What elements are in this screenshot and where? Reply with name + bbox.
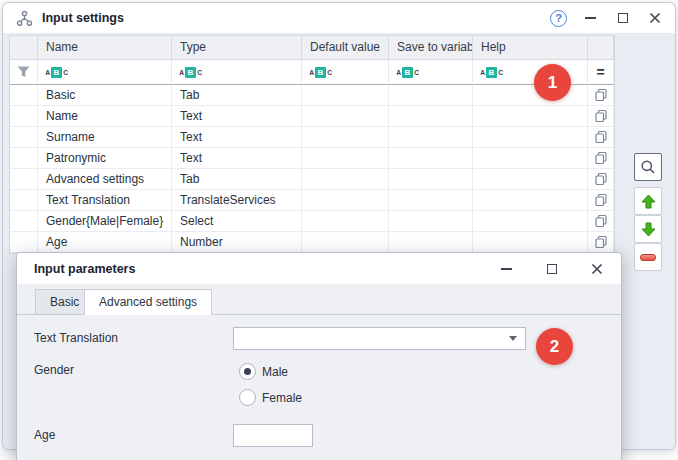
titlebar: Input settings ?: [3, 3, 675, 34]
table-row[interactable]: Basic Tab: [10, 85, 614, 106]
cell-default-value[interactable]: [302, 127, 389, 148]
table-row[interactable]: Name Text: [10, 106, 614, 127]
cell-default-value[interactable]: [302, 85, 389, 106]
row-gutter: [10, 211, 38, 232]
cell-type[interactable]: Tab: [172, 85, 302, 106]
column-header-name[interactable]: Name: [38, 36, 172, 60]
copy-icon[interactable]: [588, 148, 614, 169]
help-icon[interactable]: ?: [550, 10, 567, 27]
cell-save-to-variable[interactable]: [389, 232, 473, 253]
cell-name[interactable]: Basic: [38, 85, 172, 106]
row-gutter: [10, 127, 38, 148]
cell-help[interactable]: [473, 106, 588, 127]
copy-icon[interactable]: [588, 190, 614, 211]
magnifier-icon: [640, 159, 656, 175]
row-gutter: [10, 232, 38, 253]
table-row[interactable]: Advanced settings Tab: [10, 169, 614, 190]
node-tree-icon: [16, 10, 33, 27]
filter-input-type[interactable]: ABC: [172, 60, 302, 85]
radio-male[interactable]: [239, 363, 256, 380]
gender-option-female[interactable]: Female: [239, 389, 302, 406]
cell-default-value[interactable]: [302, 148, 389, 169]
dialog-maximize-button[interactable]: [543, 260, 560, 277]
cell-name[interactable]: Text Translation: [38, 190, 172, 211]
column-header-actions: [588, 36, 614, 60]
cell-name[interactable]: Age: [38, 232, 172, 253]
column-header-save-to-variable[interactable]: Save to variable: [389, 36, 473, 60]
gender-option-male[interactable]: Male: [239, 363, 288, 380]
cell-save-to-variable[interactable]: [389, 190, 473, 211]
cell-help[interactable]: [473, 190, 588, 211]
age-input[interactable]: [233, 424, 313, 447]
cell-save-to-variable[interactable]: [389, 127, 473, 148]
maximize-button[interactable]: [614, 10, 631, 27]
filter-input-default-value[interactable]: ABC: [302, 60, 389, 85]
column-header-type[interactable]: Type: [172, 36, 302, 60]
chevron-down-icon: [509, 336, 517, 341]
cell-default-value[interactable]: [302, 169, 389, 190]
cell-help[interactable]: [473, 232, 588, 253]
filter-input-save-to-variable[interactable]: ABC: [389, 60, 473, 85]
cell-help[interactable]: [473, 169, 588, 190]
copy-icon[interactable]: [588, 232, 614, 253]
table-row[interactable]: Surname Text: [10, 127, 614, 148]
table-row[interactable]: Patronymic Text: [10, 148, 614, 169]
cell-default-value[interactable]: [302, 190, 389, 211]
move-down-button[interactable]: [634, 215, 662, 243]
minimize-button[interactable]: [582, 10, 599, 27]
cell-save-to-variable[interactable]: [389, 169, 473, 190]
close-button[interactable]: [646, 10, 663, 27]
copy-icon[interactable]: [588, 106, 614, 127]
cell-default-value[interactable]: [302, 211, 389, 232]
move-up-button[interactable]: [634, 187, 662, 215]
cell-name[interactable]: Surname: [38, 127, 172, 148]
gender-label: Gender: [34, 359, 74, 382]
cell-help[interactable]: [473, 148, 588, 169]
table-row[interactable]: Text Translation TranslateServices: [10, 190, 614, 211]
cell-help[interactable]: [473, 85, 588, 106]
column-header-default-value[interactable]: Default value: [302, 36, 389, 60]
dialog-minimize-button[interactable]: [498, 260, 515, 277]
search-button[interactable]: [634, 153, 662, 181]
dialog-close-button[interactable]: [588, 260, 605, 277]
cell-type[interactable]: Text: [172, 148, 302, 169]
cell-type[interactable]: Text: [172, 127, 302, 148]
cell-name[interactable]: Advanced settings: [38, 169, 172, 190]
cell-help[interactable]: [473, 211, 588, 232]
text-translation-dropdown[interactable]: [233, 327, 526, 350]
filter-input-name[interactable]: ABC: [38, 60, 172, 85]
remove-button[interactable]: [634, 243, 662, 271]
cell-default-value[interactable]: [302, 232, 389, 253]
cell-help[interactable]: [473, 127, 588, 148]
green-arrow-up-icon: [641, 194, 656, 209]
cell-save-to-variable[interactable]: [389, 106, 473, 127]
table-row[interactable]: Gender{Male|Female} Select: [10, 211, 614, 232]
table-row[interactable]: Age Number: [10, 232, 614, 253]
cell-name[interactable]: Name: [38, 106, 172, 127]
cell-save-to-variable[interactable]: [389, 85, 473, 106]
tab-advanced-settings[interactable]: Advanced settings: [84, 289, 212, 315]
cell-save-to-variable[interactable]: [389, 211, 473, 232]
copy-icon[interactable]: [588, 211, 614, 232]
funnel-icon[interactable]: [10, 60, 38, 85]
copy-icon[interactable]: [588, 127, 614, 148]
equals-icon[interactable]: =: [588, 60, 614, 85]
grid-body: Basic Tab Name Text: [10, 85, 614, 253]
cell-name[interactable]: Patronymic: [38, 148, 172, 169]
copy-icon[interactable]: [588, 169, 614, 190]
header-gutter: [10, 36, 38, 60]
column-header-help[interactable]: Help: [473, 36, 588, 60]
cell-type[interactable]: Number: [172, 232, 302, 253]
radio-male-label: Male: [262, 365, 288, 379]
green-arrow-down-icon: [641, 222, 656, 237]
cell-type[interactable]: TranslateServices: [172, 190, 302, 211]
cell-type[interactable]: Select: [172, 211, 302, 232]
copy-icon[interactable]: [588, 85, 614, 106]
cell-save-to-variable[interactable]: [389, 148, 473, 169]
row-gutter: [10, 85, 38, 106]
cell-name[interactable]: Gender{Male|Female}: [38, 211, 172, 232]
radio-female[interactable]: [239, 389, 256, 406]
cell-type[interactable]: Text: [172, 106, 302, 127]
cell-type[interactable]: Tab: [172, 169, 302, 190]
cell-default-value[interactable]: [302, 106, 389, 127]
